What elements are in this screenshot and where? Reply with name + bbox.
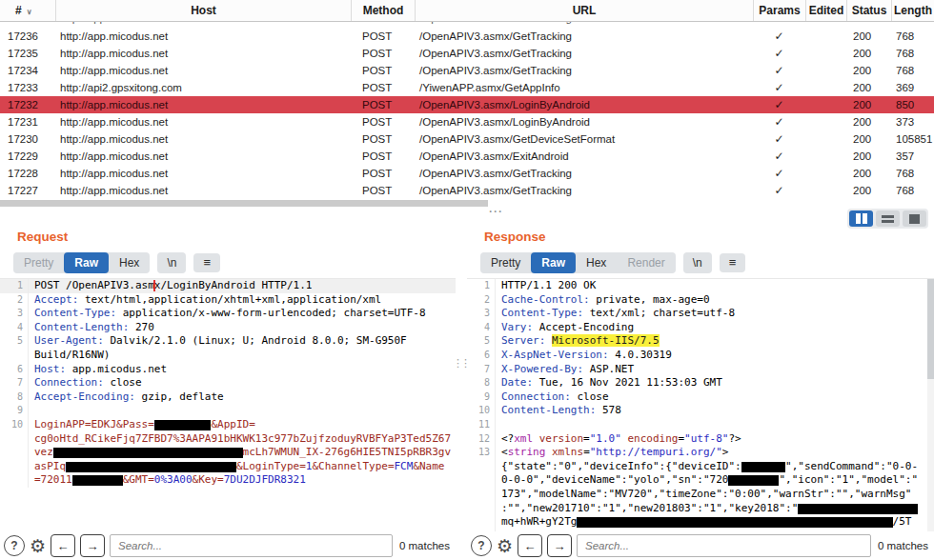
response-search-input[interactable] <box>577 534 871 557</box>
table-row-17233[interactable]: 17233http://api2.gpsxitong.comPOST/Yiwen… <box>0 79 934 96</box>
line-number: 1 <box>467 279 496 293</box>
column-header-length[interactable]: Length <box>891 0 934 21</box>
cell-host: http://api2.gpsxitong.com <box>55 82 351 93</box>
line-number: 4 <box>0 321 29 335</box>
table-horizontal-scrollbar[interactable] <box>0 200 488 207</box>
redaction-box <box>66 462 236 472</box>
response-tab-raw[interactable]: Raw <box>531 252 576 273</box>
code-line: 5Server: Microsoft-IIS/7.5 <box>467 334 934 349</box>
code-line: 5User-Agent: Dalvik/2.1.0 (Linux; U; And… <box>0 334 456 349</box>
cell-id: 17227 <box>0 185 55 196</box>
single-pane-layout-button[interactable] <box>903 210 926 227</box>
search-prev-button[interactable]: ← <box>518 534 542 557</box>
cell-host: http://app.micodus.net <box>55 22 351 24</box>
cell-length: 768 <box>891 65 934 76</box>
line-number: 8 <box>467 376 496 390</box>
response-editor[interactable]: 1HTTP/1.1 200 OK2Cache-Control: private,… <box>467 278 934 533</box>
table-row-17231[interactable]: 17231http://app.micodus.netPOST/OpenAPIV… <box>0 113 934 130</box>
column-header-method[interactable]: Method <box>351 0 415 21</box>
chevron-down-icon: ∨ <box>27 8 32 16</box>
response-match-count: 0 matches <box>878 540 928 551</box>
response-tab-hex[interactable]: Hex <box>576 252 617 273</box>
cell-url: /OpenAPIV3.asmx/GetDeviceSetFormat <box>415 133 753 145</box>
cell-status: 200 <box>846 150 891 162</box>
code-line: 4Content-Length: 270 <box>0 321 456 335</box>
line-number: 12 <box>467 432 496 447</box>
rows-layout-button[interactable] <box>876 210 900 227</box>
response-newline-tab[interactable]: \n <box>683 252 712 273</box>
table-row-17230[interactable]: 17230http://app.micodus.netPOST/OpenAPIV… <box>0 130 934 148</box>
column-header-params[interactable]: Params <box>753 0 805 21</box>
cell-id: 17236 <box>0 30 55 42</box>
code-line: 11 <box>467 418 934 432</box>
table-row-17227[interactable]: 17227http://app.micodus.netPOST/OpenAPIV… <box>0 182 934 199</box>
column-header-url[interactable]: URL <box>415 0 753 21</box>
cell-length: 373 <box>891 116 934 128</box>
request-search-input[interactable] <box>110 534 393 557</box>
search-next-button[interactable]: → <box>547 534 572 557</box>
request-newline-tab[interactable]: \n <box>157 252 186 273</box>
editor-layout-buttons <box>847 209 928 229</box>
code-line: cg0oHtd_RCikeFjq7ZFBD7%3AAPA91bHKWK13c97… <box>0 432 456 447</box>
table-row-17228[interactable]: 17228http://app.micodus.netPOST/OpenAPIV… <box>0 165 934 182</box>
cell-id: 17230 <box>0 133 55 145</box>
request-tabs: PrettyRawHex \n ≡ <box>13 251 456 273</box>
table-header: #∨HostMethodURLParamsEditedStatusLength <box>0 0 934 22</box>
request-editor[interactable]: 1POST /OpenAPIV3.asmx/LoginByAndroid HTT… <box>0 278 456 533</box>
columns-layout-button[interactable] <box>849 210 873 227</box>
code-line: 8Accept-Encoding: gzip, deflate <box>0 390 456 405</box>
cell-params: ✓ <box>753 167 805 180</box>
cell-url: /OpenAPIV3.asmx/LoginByAndroid <box>415 99 753 110</box>
cell-method: POST <box>351 22 415 24</box>
response-tab-render: Render <box>617 252 675 273</box>
cell-length: 357 <box>891 150 934 162</box>
redaction-box <box>53 448 243 458</box>
request-menu-icon[interactable]: ≡ <box>193 253 220 272</box>
line-number <box>0 432 29 447</box>
line-number <box>467 473 496 488</box>
line-number: 2 <box>467 293 496 308</box>
gear-icon[interactable]: ⚙ <box>497 537 513 555</box>
line-number: 10 <box>0 418 29 432</box>
cell-method: POST <box>351 99 415 110</box>
table-row-17229[interactable]: 17229http://app.micodus.netPOST/OpenAPIV… <box>0 148 934 165</box>
column-header-status[interactable]: Status <box>846 0 891 21</box>
code-line: 0-0-0","deviceName":"yolo","sn":"720 ","… <box>467 473 934 488</box>
horizontal-splitter-handle[interactable]: ⋯ <box>477 206 515 217</box>
column-header-host[interactable]: Host <box>55 0 351 21</box>
cell-method: POST <box>351 185 415 196</box>
response-menu-icon[interactable]: ≡ <box>720 253 746 272</box>
redaction-box <box>798 504 918 514</box>
response-tab-pretty[interactable]: Pretty <box>480 252 531 273</box>
help-icon[interactable]: ? <box>471 535 492 556</box>
code-line: 7Connection: close <box>0 376 456 390</box>
table-row-17232[interactable]: 17232http://app.micodus.netPOST/OpenAPIV… <box>0 96 934 113</box>
table-row-17236[interactable]: 17236http://app.micodus.netPOST/OpenAPIV… <box>0 28 934 45</box>
request-tab-raw[interactable]: Raw <box>64 252 109 273</box>
line-number <box>467 460 496 474</box>
request-panel-title: Request <box>17 230 456 244</box>
cell-method: POST <box>351 150 415 162</box>
help-icon[interactable]: ? <box>4 535 25 556</box>
table-row-17234[interactable]: 17234http://app.micodus.netPOST/OpenAPIV… <box>0 62 934 79</box>
cell-status: 200 <box>846 133 891 145</box>
column-header-edited[interactable]: Edited <box>805 0 846 21</box>
search-next-button[interactable]: → <box>80 534 105 557</box>
line-number: 4 <box>467 321 496 335</box>
request-match-count: 0 matches <box>399 540 450 551</box>
cell-url: /OpenAPIV3.asmx/GetTracking <box>415 48 753 59</box>
column-header-num[interactable]: #∨ <box>0 0 55 21</box>
code-line: 10LoginAPP=EDKJ&Pass= &AppID= <box>0 418 456 432</box>
line-number: 3 <box>0 307 29 321</box>
response-vertical-scrollbar[interactable] <box>927 279 934 533</box>
line-number: 2 <box>0 293 29 308</box>
gear-icon[interactable]: ⚙ <box>30 537 46 555</box>
request-tab-hex[interactable]: Hex <box>109 252 150 273</box>
code-line: vez mcLh7WMUN_IX-276g6HIE5TNI5pRBR3gv <box>0 446 456 460</box>
cell-params: ✓ <box>753 47 805 60</box>
cell-params: ✓ <box>753 81 805 94</box>
line-number: 1 <box>0 279 29 293</box>
search-prev-button[interactable]: ← <box>51 534 75 557</box>
cell-method: POST <box>351 30 415 42</box>
table-row-17235[interactable]: 17235http://app.micodus.netPOST/OpenAPIV… <box>0 45 934 62</box>
